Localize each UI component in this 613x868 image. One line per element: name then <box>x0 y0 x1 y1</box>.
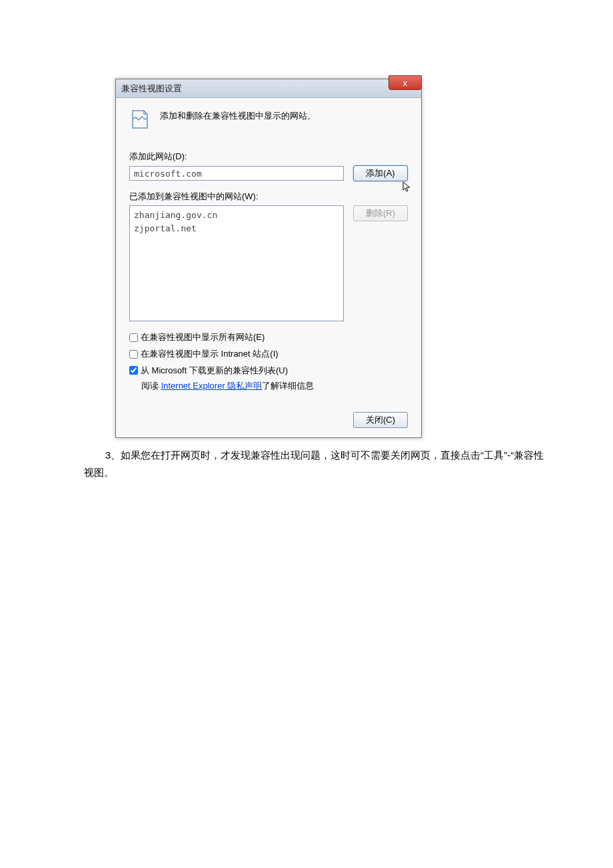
add-site-row: 添加(A) <box>129 165 408 181</box>
dialog-title: 兼容性视图设置 <box>121 83 182 95</box>
show-all-sites-checkbox[interactable] <box>129 333 138 342</box>
compatibility-view-dialog: 兼容性视图设置 x 添加和删除在兼容性视图中显示的网站。 添加此网站(D): 添… <box>115 79 422 438</box>
close-button[interactable]: 关闭(C) <box>353 412 408 428</box>
header-text: 添加和删除在兼容性视图中显示的网站。 <box>160 109 316 122</box>
list-item[interactable]: zhanjiang.gov.cn <box>134 209 339 222</box>
list-item[interactable]: zjportal.net <box>134 222 339 235</box>
download-list-checkbox-row[interactable]: 从 Microsoft 下载更新的兼容性列表(U) <box>129 364 408 378</box>
sites-list-row: zhanjiang.gov.cn zjportal.net 删除(R) <box>129 205 408 321</box>
add-site-label: 添加此网站(D): <box>129 151 408 163</box>
titlebar[interactable]: 兼容性视图设置 x <box>116 79 421 98</box>
show-all-sites-label: 在兼容性视图中显示所有网站(E) <box>141 331 265 345</box>
privacy-prefix: 阅读 <box>141 381 161 391</box>
download-list-checkbox[interactable] <box>129 366 138 375</box>
broken-page-icon <box>129 109 151 132</box>
intranet-label: 在兼容性视图中显示 Intranet 站点(I) <box>141 347 279 361</box>
remove-button: 删除(R) <box>353 205 408 221</box>
document-paragraph: 3、如果您在打开网页时，才发现兼容性出现问题，这时可不需要关闭网页，直接点击“工… <box>84 447 546 482</box>
add-button[interactable]: 添加(A) <box>353 165 408 181</box>
footer-row: 关闭(C) <box>129 412 408 428</box>
window-close-button[interactable]: x <box>388 75 422 90</box>
header-row: 添加和删除在兼容性视图中显示的网站。 <box>129 109 408 132</box>
show-all-sites-checkbox-row[interactable]: 在兼容性视图中显示所有网站(E) <box>129 331 408 345</box>
download-list-label: 从 Microsoft 下载更新的兼容性列表(U) <box>141 364 288 378</box>
privacy-suffix: 了解详细信息 <box>262 381 314 391</box>
privacy-link[interactable]: Internet Explorer 隐私声明 <box>161 381 263 391</box>
intranet-checkbox[interactable] <box>129 350 138 359</box>
intranet-checkbox-row[interactable]: 在兼容性视图中显示 Intranet 站点(I) <box>129 347 408 361</box>
added-sites-label: 已添加到兼容性视图中的网站(W): <box>129 191 408 203</box>
add-site-input[interactable] <box>129 166 344 181</box>
sites-listbox[interactable]: zhanjiang.gov.cn zjportal.net <box>129 205 344 321</box>
privacy-row: 阅读 Internet Explorer 隐私声明了解详细信息 <box>129 380 408 392</box>
close-icon: x <box>403 78 408 88</box>
dialog-content: 添加和删除在兼容性视图中显示的网站。 添加此网站(D): 添加(A) 已添加到兼… <box>116 98 421 437</box>
